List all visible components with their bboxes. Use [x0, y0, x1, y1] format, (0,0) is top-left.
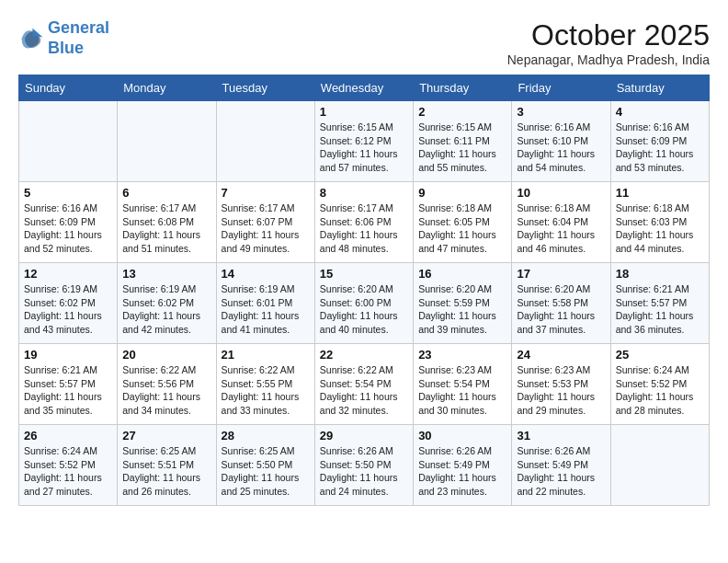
day-cell: 12Sunrise: 6:19 AM Sunset: 6:02 PM Dayli… — [19, 263, 118, 344]
day-number: 3 — [517, 105, 605, 119]
day-detail: Sunrise: 6:16 AM Sunset: 6:10 PM Dayligh… — [517, 121, 605, 175]
logo-text: General Blue — [48, 18, 109, 58]
day-number: 18 — [616, 267, 704, 281]
day-cell: 23Sunrise: 6:23 AM Sunset: 5:54 PM Dayli… — [414, 344, 512, 425]
column-header-sunday: Sunday — [19, 75, 118, 101]
logo: General Blue — [18, 18, 109, 58]
day-detail: Sunrise: 6:16 AM Sunset: 6:09 PM Dayligh… — [616, 121, 704, 175]
location-subtitle: Nepanagar, Madhya Pradesh, India — [507, 52, 710, 67]
day-cell: 3Sunrise: 6:16 AM Sunset: 6:10 PM Daylig… — [512, 101, 610, 182]
week-row-3: 12Sunrise: 6:19 AM Sunset: 6:02 PM Dayli… — [19, 263, 710, 344]
day-detail: Sunrise: 6:19 AM Sunset: 6:01 PM Dayligh… — [222, 282, 310, 337]
day-detail: Sunrise: 6:23 AM Sunset: 5:54 PM Dayligh… — [418, 363, 506, 418]
header-row: SundayMondayTuesdayWednesdayThursdayFrid… — [19, 75, 710, 101]
day-detail: Sunrise: 6:16 AM Sunset: 6:09 PM Dayligh… — [24, 201, 112, 256]
day-number: 12 — [24, 267, 112, 281]
day-number: 30 — [418, 429, 506, 442]
day-cell — [19, 101, 118, 182]
day-detail: Sunrise: 6:26 AM Sunset: 5:50 PM Dayligh… — [320, 444, 408, 499]
day-cell: 5Sunrise: 6:16 AM Sunset: 6:09 PM Daylig… — [19, 182, 118, 263]
day-number: 9 — [418, 186, 506, 200]
day-number: 15 — [320, 267, 408, 281]
day-number: 11 — [616, 186, 704, 200]
day-number: 26 — [24, 429, 112, 442]
day-cell: 10Sunrise: 6:18 AM Sunset: 6:04 PM Dayli… — [512, 182, 610, 263]
day-cell: 8Sunrise: 6:17 AM Sunset: 6:06 PM Daylig… — [314, 182, 413, 263]
day-number: 25 — [616, 348, 704, 362]
day-number: 20 — [122, 348, 210, 362]
day-detail: Sunrise: 6:15 AM Sunset: 6:11 PM Dayligh… — [418, 121, 506, 175]
day-number: 27 — [122, 429, 210, 442]
day-number: 16 — [418, 267, 506, 281]
day-number: 31 — [517, 429, 605, 442]
day-cell: 4Sunrise: 6:16 AM Sunset: 6:09 PM Daylig… — [610, 101, 709, 182]
day-cell: 14Sunrise: 6:19 AM Sunset: 6:01 PM Dayli… — [216, 263, 314, 344]
day-detail: Sunrise: 6:21 AM Sunset: 5:57 PM Dayligh… — [616, 282, 704, 337]
day-cell: 7Sunrise: 6:17 AM Sunset: 6:07 PM Daylig… — [216, 182, 314, 263]
day-detail: Sunrise: 6:26 AM Sunset: 5:49 PM Dayligh… — [418, 444, 506, 499]
day-detail: Sunrise: 6:24 AM Sunset: 5:52 PM Dayligh… — [616, 363, 704, 418]
day-cell: 13Sunrise: 6:19 AM Sunset: 6:02 PM Dayli… — [118, 263, 216, 344]
day-cell: 17Sunrise: 6:20 AM Sunset: 5:58 PM Dayli… — [512, 263, 610, 344]
day-detail: Sunrise: 6:22 AM Sunset: 5:56 PM Dayligh… — [122, 363, 210, 418]
day-cell: 29Sunrise: 6:26 AM Sunset: 5:50 PM Dayli… — [314, 425, 413, 506]
day-detail: Sunrise: 6:20 AM Sunset: 6:00 PM Dayligh… — [320, 282, 408, 337]
day-cell — [118, 101, 216, 182]
day-cell — [610, 425, 709, 506]
day-number: 10 — [517, 186, 605, 200]
week-row-5: 26Sunrise: 6:24 AM Sunset: 5:52 PM Dayli… — [19, 425, 710, 506]
week-row-2: 5Sunrise: 6:16 AM Sunset: 6:09 PM Daylig… — [19, 182, 710, 263]
day-detail: Sunrise: 6:19 AM Sunset: 6:02 PM Dayligh… — [122, 282, 210, 337]
page: General Blue October 2025 Nepanagar, Mad… — [0, 0, 728, 515]
day-cell: 22Sunrise: 6:22 AM Sunset: 5:54 PM Dayli… — [314, 344, 413, 425]
day-detail: Sunrise: 6:17 AM Sunset: 6:07 PM Dayligh… — [222, 201, 310, 256]
header: General Blue October 2025 Nepanagar, Mad… — [18, 18, 710, 67]
day-cell: 6Sunrise: 6:17 AM Sunset: 6:08 PM Daylig… — [118, 182, 216, 263]
day-detail: Sunrise: 6:22 AM Sunset: 5:54 PM Dayligh… — [320, 363, 408, 418]
week-row-1: 1Sunrise: 6:15 AM Sunset: 6:12 PM Daylig… — [19, 101, 710, 182]
day-detail: Sunrise: 6:17 AM Sunset: 6:08 PM Dayligh… — [122, 201, 210, 256]
day-number: 22 — [320, 348, 408, 362]
logo-general: General — [48, 18, 109, 37]
day-cell: 28Sunrise: 6:25 AM Sunset: 5:50 PM Dayli… — [216, 425, 314, 506]
column-header-thursday: Thursday — [414, 75, 512, 101]
day-detail: Sunrise: 6:25 AM Sunset: 5:51 PM Dayligh… — [122, 444, 210, 499]
day-number: 13 — [122, 267, 210, 281]
column-header-monday: Monday — [118, 75, 216, 101]
day-detail: Sunrise: 6:20 AM Sunset: 5:59 PM Dayligh… — [418, 282, 506, 337]
day-number: 6 — [122, 186, 210, 200]
day-detail: Sunrise: 6:18 AM Sunset: 6:04 PM Dayligh… — [517, 201, 605, 256]
day-detail: Sunrise: 6:21 AM Sunset: 5:57 PM Dayligh… — [24, 363, 112, 418]
day-number: 8 — [320, 186, 408, 200]
day-detail: Sunrise: 6:20 AM Sunset: 5:58 PM Dayligh… — [517, 282, 605, 337]
day-detail: Sunrise: 6:25 AM Sunset: 5:50 PM Dayligh… — [222, 444, 310, 499]
day-cell: 9Sunrise: 6:18 AM Sunset: 6:05 PM Daylig… — [414, 182, 512, 263]
day-cell: 24Sunrise: 6:23 AM Sunset: 5:53 PM Dayli… — [512, 344, 610, 425]
month-title: October 2025 — [507, 18, 710, 52]
day-number: 29 — [320, 429, 408, 442]
day-detail: Sunrise: 6:24 AM Sunset: 5:52 PM Dayligh… — [24, 444, 112, 499]
day-cell: 15Sunrise: 6:20 AM Sunset: 6:00 PM Dayli… — [314, 263, 413, 344]
day-number: 4 — [616, 105, 704, 119]
day-number: 24 — [517, 348, 605, 362]
day-detail: Sunrise: 6:26 AM Sunset: 5:49 PM Dayligh… — [517, 444, 605, 499]
calendar-body: 1Sunrise: 6:15 AM Sunset: 6:12 PM Daylig… — [19, 101, 710, 506]
column-header-saturday: Saturday — [610, 75, 709, 101]
day-number: 5 — [24, 186, 112, 200]
column-header-friday: Friday — [512, 75, 610, 101]
day-cell: 18Sunrise: 6:21 AM Sunset: 5:57 PM Dayli… — [610, 263, 709, 344]
day-number: 19 — [24, 348, 112, 362]
day-detail: Sunrise: 6:22 AM Sunset: 5:55 PM Dayligh… — [222, 363, 310, 418]
day-cell: 19Sunrise: 6:21 AM Sunset: 5:57 PM Dayli… — [19, 344, 118, 425]
day-number: 1 — [320, 105, 408, 119]
day-cell: 25Sunrise: 6:24 AM Sunset: 5:52 PM Dayli… — [610, 344, 709, 425]
day-cell: 21Sunrise: 6:22 AM Sunset: 5:55 PM Dayli… — [216, 344, 314, 425]
day-detail: Sunrise: 6:23 AM Sunset: 5:53 PM Dayligh… — [517, 363, 605, 418]
day-detail: Sunrise: 6:18 AM Sunset: 6:05 PM Dayligh… — [418, 201, 506, 256]
day-cell: 16Sunrise: 6:20 AM Sunset: 5:59 PM Dayli… — [414, 263, 512, 344]
column-header-wednesday: Wednesday — [314, 75, 413, 101]
logo-icon — [18, 26, 44, 52]
day-cell — [216, 101, 314, 182]
day-detail: Sunrise: 6:19 AM Sunset: 6:02 PM Dayligh… — [24, 282, 112, 337]
day-detail: Sunrise: 6:17 AM Sunset: 6:06 PM Dayligh… — [320, 201, 408, 256]
